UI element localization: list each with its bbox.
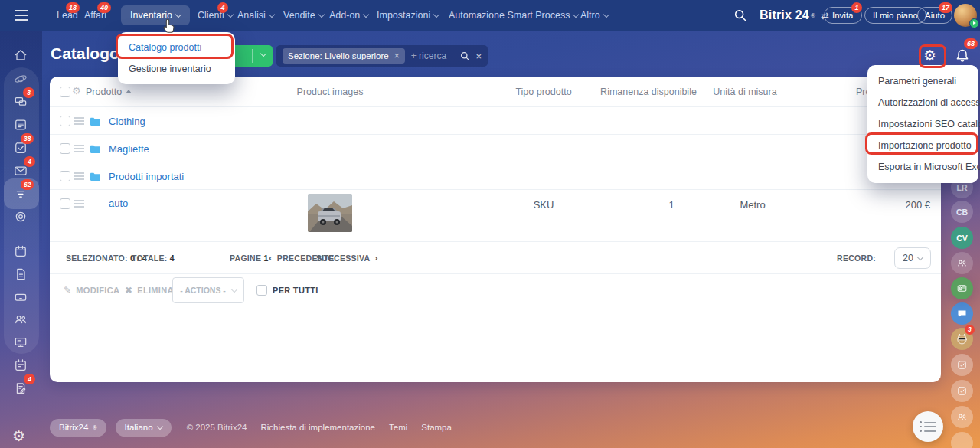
monitor-icon bbox=[13, 335, 28, 350]
drag-handle-icon[interactable] bbox=[74, 172, 84, 180]
product-link[interactable]: auto bbox=[109, 198, 128, 209]
row-checkbox[interactable] bbox=[60, 198, 70, 209]
avatar-initials[interactable]: CB bbox=[951, 201, 973, 223]
sidebar-item-calendar[interactable] bbox=[13, 244, 28, 259]
rail-group-avatar[interactable] bbox=[951, 252, 973, 274]
footer-link-implementation[interactable]: Richiesta di implementazione bbox=[260, 423, 375, 432]
user-avatar[interactable] bbox=[954, 4, 977, 27]
drag-handle-icon[interactable] bbox=[74, 145, 84, 152]
search-icon[interactable] bbox=[460, 51, 470, 61]
menu-item-importazione-prodotto[interactable]: Importazione prodotto bbox=[867, 135, 978, 156]
sidebar-item-feed[interactable] bbox=[13, 117, 28, 132]
nav-clienti[interactable]: Clienti4 bbox=[198, 0, 233, 31]
chevron-down-icon bbox=[433, 11, 439, 17]
nav-vendite[interactable]: Vendite bbox=[283, 0, 324, 31]
search-icon[interactable] bbox=[733, 8, 747, 22]
avatar-initials[interactable]: CV bbox=[951, 227, 973, 249]
bitrix24-app: Lead18 Affari40 Inventario Clienti4 Anal… bbox=[0, 0, 980, 448]
actions-dropdown-button[interactable]: - ACTIONS - bbox=[172, 277, 244, 303]
row-checkbox[interactable] bbox=[60, 143, 70, 154]
sidebar-item-planner[interactable] bbox=[13, 358, 28, 373]
row-checkbox[interactable] bbox=[60, 171, 70, 181]
record-label: RECORD: bbox=[837, 242, 876, 274]
sidebar-item-drive[interactable] bbox=[13, 289, 28, 305]
select-all-checkbox[interactable] bbox=[60, 87, 70, 97]
menu-item-autorizzazioni[interactable]: Autorizzazioni di accesso bbox=[867, 92, 978, 113]
news-icon bbox=[13, 117, 28, 132]
row-checkbox[interactable] bbox=[60, 116, 70, 126]
for-all-checkbox-group[interactable]: PER TUTTI bbox=[256, 274, 318, 306]
delete-button[interactable]: ✖ELIMINA bbox=[125, 274, 174, 306]
section-link[interactable]: Clothing bbox=[109, 116, 145, 127]
next-page-button[interactable]: SUCCESSIVA › bbox=[316, 242, 381, 274]
rail-avatar[interactable] bbox=[951, 432, 973, 448]
sidebar-item-settings[interactable]: ⚙ bbox=[12, 429, 25, 444]
for-all-checkbox[interactable] bbox=[256, 285, 267, 296]
menu-item-gestione-inventario[interactable]: Gestione inventario bbox=[118, 58, 235, 80]
tasks-badge: 38 bbox=[21, 133, 34, 144]
menu-item-catalogo-prodotti[interactable]: Catalogo prodotti bbox=[118, 37, 235, 58]
rail-task-avatar[interactable] bbox=[951, 354, 973, 376]
chevron-down-icon bbox=[175, 11, 181, 17]
sidebar-item-documents[interactable] bbox=[13, 267, 28, 282]
menu-item-esporta-excel[interactable]: Esporta in Microsoft Excel bbox=[867, 156, 978, 178]
footer-link-stampa[interactable]: Stampa bbox=[421, 423, 452, 432]
drive-icon bbox=[13, 289, 28, 305]
chevron-down-icon bbox=[318, 11, 324, 17]
nav-analisi[interactable]: Analisi bbox=[237, 0, 274, 31]
bitrix24-logo: Bitrix 24®⇄ bbox=[760, 0, 829, 31]
remove-filter-icon[interactable]: × bbox=[394, 51, 400, 61]
sidebar-item-home[interactable] bbox=[13, 47, 28, 63]
catalog-settings-gear-icon[interactable]: ⚙ bbox=[923, 47, 936, 65]
section-link[interactable]: Prodotti importati bbox=[109, 171, 184, 182]
chevron-down-icon bbox=[603, 11, 609, 17]
help-badge: 17 bbox=[939, 2, 952, 13]
rail-task-avatar[interactable] bbox=[951, 380, 973, 402]
id-card-icon bbox=[956, 283, 968, 294]
drag-handle-icon[interactable] bbox=[74, 117, 84, 125]
sidebar-item-network[interactable] bbox=[13, 71, 28, 87]
footer-brand-button[interactable]: Bitrix24® bbox=[50, 419, 106, 437]
bulk-actions-bar: ✎MODIFICA ✖ELIMINA - ACTIONS - PER TUTTI bbox=[50, 274, 941, 306]
menu-item-seo-catalogo[interactable]: Impostazioni SEO catalogo bbox=[867, 113, 978, 135]
people-icon bbox=[956, 257, 968, 269]
menu-item-parametri-generali[interactable]: Parametri generali bbox=[867, 70, 978, 92]
nav-impostazioni[interactable]: Impostazioni bbox=[377, 0, 439, 31]
total-count: TOTALE: 4 bbox=[132, 242, 175, 274]
table-row-prodotti-importati[interactable]: Prodotti importati bbox=[50, 162, 941, 190]
nav-addon[interactable]: Add-on bbox=[329, 0, 368, 31]
sign-badge: 4 bbox=[24, 374, 35, 384]
sidebar-item-employees[interactable] bbox=[13, 312, 28, 327]
grid-settings-gear-icon[interactable]: ⚙ bbox=[72, 86, 81, 96]
nav-inventario[interactable]: Inventario bbox=[121, 5, 190, 25]
column-header-product-images[interactable]: Product images bbox=[269, 77, 391, 107]
clear-search-icon[interactable]: × bbox=[475, 51, 482, 62]
records-per-page-select[interactable]: 20 bbox=[894, 247, 931, 269]
drag-handle-icon[interactable] bbox=[74, 200, 84, 208]
rail-group-avatar[interactable] bbox=[951, 406, 973, 428]
nav-affari[interactable]: Affari40 bbox=[84, 0, 106, 31]
rail-idcard-avatar[interactable] bbox=[951, 277, 973, 299]
folder-icon bbox=[90, 143, 101, 157]
table-row-auto[interactable]: auto SKU 1 Metro 200 € bbox=[50, 190, 941, 242]
section-link[interactable]: Magliette bbox=[109, 143, 149, 155]
language-select[interactable]: Italiano bbox=[116, 419, 172, 437]
chevron-down-icon bbox=[363, 11, 369, 17]
column-header-unita[interactable]: Unità di misura bbox=[684, 77, 806, 107]
product-image[interactable] bbox=[308, 194, 352, 232]
filter-tag[interactable]: Sezione: Livello superiore × bbox=[283, 48, 405, 64]
hamburger-menu-icon[interactable] bbox=[15, 10, 28, 21]
sidebar-item-marketing[interactable] bbox=[13, 209, 28, 224]
rail-chat-avatar[interactable] bbox=[951, 302, 973, 325]
table-row-clothing[interactable]: Clothing bbox=[50, 107, 941, 135]
filter-search-bar[interactable]: Sezione: Livello superiore × + ricerca × bbox=[276, 45, 488, 67]
edit-button[interactable]: ✎MODIFICA bbox=[64, 274, 119, 306]
page-indicator: PAGINE 1 bbox=[230, 242, 269, 274]
nav-altro[interactable]: Altro bbox=[580, 0, 609, 31]
nav-automazione-smart-process[interactable]: Automazione Smart Process bbox=[449, 0, 578, 31]
quick-list-floating-button[interactable] bbox=[913, 411, 943, 442]
footer-link-temi[interactable]: Temi bbox=[389, 423, 407, 432]
table-row-magliette[interactable]: Magliette bbox=[50, 135, 941, 162]
nav-lead[interactable]: Lead18 bbox=[57, 0, 78, 31]
sidebar-item-workspace[interactable] bbox=[13, 335, 28, 350]
